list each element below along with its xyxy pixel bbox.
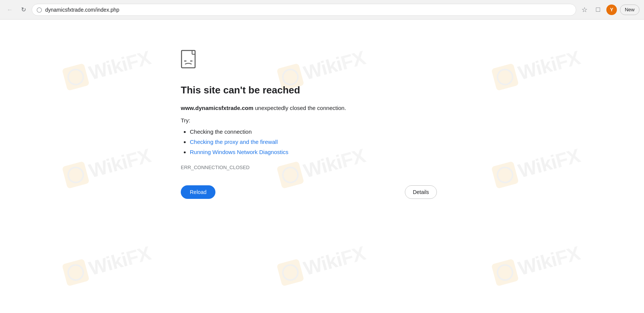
reload-button[interactable]: ↻ [18, 5, 29, 15]
details-button[interactable]: Details [405, 185, 437, 199]
main-content: This site can't be reached www.dynamicsf… [0, 20, 644, 313]
error-domain: www.dynamicsfxtrade.com [181, 105, 253, 111]
sad-page-icon [181, 50, 199, 71]
address-bar[interactable]: ◯ dynamicsfxtrade.com/index.php [32, 4, 576, 16]
suggestion-text-1: Checking the connection [190, 128, 252, 135]
svg-rect-0 [182, 50, 195, 68]
chrome-actions: ☆ □ Y New [579, 5, 639, 15]
suggestion-item-1: Checking the connection [190, 127, 437, 137]
new-tab-button[interactable]: New [620, 5, 639, 15]
suggestion-link-3[interactable]: Running Windows Network Diagnostics [190, 149, 288, 155]
error-code: ERR_CONNECTION_CLOSED [181, 165, 437, 170]
extensions-button[interactable]: □ [593, 5, 603, 15]
back-button[interactable]: ← [5, 5, 15, 15]
reload-button[interactable]: Reload [181, 185, 215, 199]
bookmark-button[interactable]: ☆ [579, 5, 590, 15]
browser-chrome: ← ↻ ◯ dynamicsfxtrade.com/index.php ☆ □ … [0, 0, 644, 20]
error-container: This site can't be reached www.dynamicsf… [181, 50, 437, 199]
error-title: This site can't be reached [181, 84, 437, 96]
suggestion-link-2[interactable]: Checking the proxy and the firewall [190, 139, 278, 145]
error-description: www.dynamicsfxtrade.com unexpectedly clo… [181, 104, 437, 113]
error-description-suffix: unexpectedly closed the connection. [253, 105, 346, 111]
lock-icon: ◯ [37, 7, 42, 12]
suggestion-item-2: Checking the proxy and the firewall [190, 137, 437, 147]
profile-avatar[interactable]: Y [606, 5, 617, 15]
error-suggestions-list: Checking the connection Checking the pro… [181, 127, 437, 157]
error-actions: Reload Details [181, 185, 437, 199]
error-try-label: Try: [181, 117, 437, 124]
suggestion-item-3: Running Windows Network Diagnostics [190, 147, 437, 157]
url-text: dynamicsfxtrade.com/index.php [45, 7, 571, 13]
